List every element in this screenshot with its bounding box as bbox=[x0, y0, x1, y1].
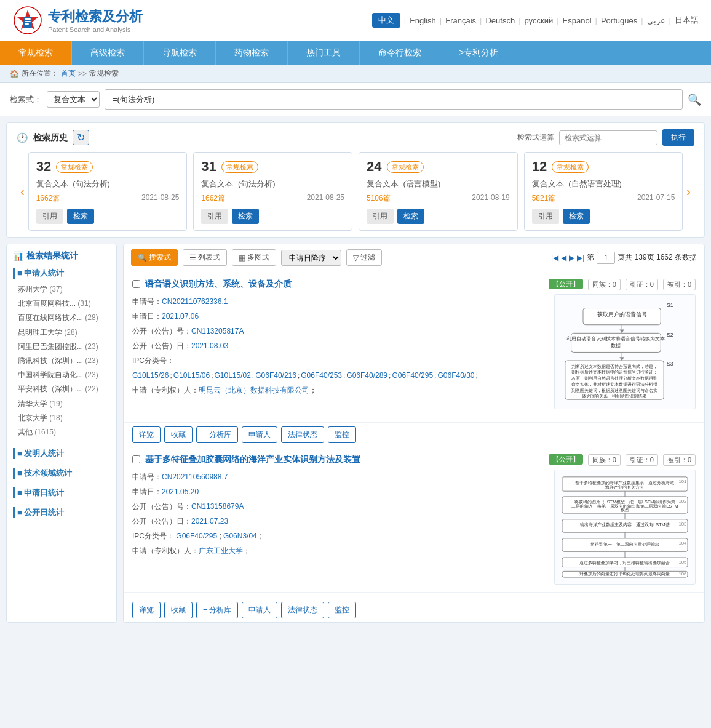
nav-tab-regular[interactable]: 常规检索 bbox=[0, 41, 72, 65]
result2-ipc-1[interactable]: G06F40/295 bbox=[176, 532, 217, 540]
lang-francais[interactable]: Français bbox=[445, 16, 476, 25]
page-next-icon[interactable]: ▶ bbox=[569, 254, 574, 262]
sort-select[interactable]: 申请日降序 申请日升序 公开日降序 bbox=[281, 250, 341, 266]
result1-ipc-6[interactable]: G06F40/289 bbox=[346, 368, 387, 383]
result1-appno-label: 申请号： bbox=[132, 297, 162, 306]
card2-search-button[interactable]: 检索 bbox=[232, 209, 259, 224]
lang-zhcn[interactable]: 中文 bbox=[372, 13, 400, 28]
breadcrumb-home[interactable]: 首页 bbox=[61, 68, 76, 79]
lang-portugues[interactable]: Português bbox=[601, 16, 637, 25]
card4-cite-button[interactable]: 引用 bbox=[532, 209, 559, 224]
main-nav: 常规检索 高级检索 导航检索 药物检索 热门工具 命令行检索 >专利分析 bbox=[0, 41, 711, 65]
lang-deutsch[interactable]: Deutsch bbox=[485, 16, 515, 25]
result2-legal-btn[interactable]: 法律状态 bbox=[281, 602, 324, 618]
sidebar-item-pingan[interactable]: 平安科技（深圳）... (22) bbox=[13, 382, 110, 396]
search-button[interactable]: 🔍 bbox=[688, 93, 701, 106]
result2-applicant-btn[interactable]: 申请人 bbox=[242, 602, 277, 618]
result1-monitor-btn[interactable]: 监控 bbox=[328, 426, 356, 443]
history-prev-arrow[interactable]: ‹ bbox=[17, 185, 28, 199]
lang-russian[interactable]: русский bbox=[525, 16, 554, 25]
sidebar-section-title-appdate[interactable]: ■ 申请日统计 bbox=[13, 487, 110, 498]
sidebar-item-others[interactable]: 其他 (1615) bbox=[13, 425, 110, 439]
view-btn-list[interactable]: ☰ 列表式 bbox=[183, 249, 227, 266]
result2-checkbox[interactable] bbox=[132, 455, 140, 463]
lang-espanol[interactable]: Español bbox=[563, 16, 592, 25]
page-prev-icon[interactable]: ◀ bbox=[561, 254, 566, 262]
nav-tab-navigate[interactable]: 导航检索 bbox=[144, 41, 216, 65]
result2-monitor-btn[interactable]: 监控 bbox=[328, 602, 356, 618]
card1-search-button[interactable]: 检索 bbox=[67, 209, 94, 224]
result2-applicant[interactable]: 广东工业大学 bbox=[199, 546, 243, 555]
sidebar-item-tencent[interactable]: 腾讯科技（深圳）... (23) bbox=[13, 354, 110, 368]
history-refresh-button[interactable]: ↻ bbox=[73, 130, 89, 145]
history-cards: 32 常规检索 复合文本=(句法分析) 1662篇 2021-08-25 引用 … bbox=[28, 152, 683, 231]
result2-pubdate[interactable]: 2021.07.23 bbox=[191, 517, 228, 526]
card2-cite-button[interactable]: 引用 bbox=[201, 209, 228, 224]
search-input[interactable] bbox=[110, 92, 677, 106]
lang-english[interactable]: English bbox=[410, 16, 436, 25]
sidebar-section-title-pubdate[interactable]: ■ 公开日统计 bbox=[13, 507, 110, 518]
result1-ipc-4[interactable]: G06F40/216 bbox=[255, 368, 296, 383]
card3-cite-button[interactable]: 引用 bbox=[367, 209, 394, 224]
nav-tab-analysis[interactable]: >专利分析 bbox=[440, 41, 517, 65]
result1-detail-btn[interactable]: 详览 bbox=[132, 426, 161, 443]
card1-cite-button[interactable]: 引用 bbox=[36, 209, 63, 224]
result1-analysis-btn[interactable]: + 分析库 bbox=[196, 426, 238, 443]
result1-collect-btn[interactable]: 收藏 bbox=[164, 426, 193, 443]
result2-analysis-btn[interactable]: + 分析库 bbox=[196, 602, 238, 618]
sidebar-item-baidu-net[interactable]: 北京百度网科技... (31) bbox=[13, 297, 110, 311]
history-next-arrow[interactable]: › bbox=[683, 185, 694, 199]
sidebar-section-title-tech[interactable]: ■ 技术领域统计 bbox=[13, 468, 110, 479]
sidebar-section-title-inventor[interactable]: ■ 发明人统计 bbox=[13, 448, 110, 459]
svg-text:通过多特征叠加学习，对三维特征输出叠加融合: 通过多特征叠加学习，对三维特征输出叠加融合 bbox=[580, 560, 670, 566]
result2-appno[interactable]: CN202110560988.7 bbox=[162, 473, 228, 481]
view-btn-search[interactable]: 🔍 搜索式 bbox=[131, 249, 178, 266]
result2-detail-btn[interactable]: 详览 bbox=[132, 602, 161, 618]
sidebar-item-baidu-online[interactable]: 百度在线网络技术... (28) bbox=[13, 311, 110, 325]
sidebar-item-pku[interactable]: 北京大学 (18) bbox=[13, 411, 110, 425]
card3-date: 2021-08-19 bbox=[472, 193, 509, 204]
page-first-icon[interactable]: |◀ bbox=[551, 254, 558, 262]
result1-ipc-3[interactable]: G10L15/02 bbox=[214, 368, 250, 383]
result1-pubno[interactable]: CN113205817A bbox=[191, 327, 244, 335]
result1-title[interactable]: 语音语义识别方法、系统、设备及介质 bbox=[145, 279, 544, 290]
result1-appdate[interactable]: 2021.07.06 bbox=[162, 312, 199, 321]
result1-legal-btn[interactable]: 法律状态 bbox=[281, 426, 324, 443]
result1-applicant-btn[interactable]: 申请人 bbox=[242, 426, 277, 443]
sidebar-item-suzhou[interactable]: 苏州大学 (37) bbox=[13, 282, 110, 297]
nav-tab-advanced[interactable]: 高级检索 bbox=[72, 41, 144, 65]
card3-search-button[interactable]: 检索 bbox=[397, 209, 424, 224]
result1-ipc-5[interactable]: G06F40/253 bbox=[301, 368, 342, 383]
nav-tab-command[interactable]: 命令行检索 bbox=[360, 41, 440, 65]
result2-pubno[interactable]: CN113158679A bbox=[191, 502, 244, 511]
view-btn-grid[interactable]: ▦ 多图式 bbox=[232, 249, 276, 266]
sidebar-item-cas[interactable]: 中国科学院自动化... (23) bbox=[13, 368, 110, 382]
result2-ipc-2[interactable]: G06N3/04 bbox=[223, 532, 257, 540]
result1-ipc-2[interactable]: G10L15/06 bbox=[173, 368, 210, 383]
nav-tab-drug[interactable]: 药物检索 bbox=[216, 41, 288, 65]
logo-en: Patent Search and Analysis bbox=[48, 26, 143, 33]
formula-exec-button[interactable]: 执行 bbox=[662, 129, 694, 146]
result1-pubdate[interactable]: 2021.08.03 bbox=[191, 342, 228, 350]
sidebar-item-kunming[interactable]: 昆明理工大学 (28) bbox=[13, 326, 110, 340]
lang-arabic[interactable]: عربى bbox=[647, 16, 665, 25]
result1-ipc-7[interactable]: G06F40/295 bbox=[392, 368, 433, 383]
result2-title[interactable]: 基于多特征叠加胶囊网络的海洋产业实体识别方法及装置 bbox=[145, 454, 544, 465]
sidebar-item-alibaba[interactable]: 阿里巴巴集团控股... (23) bbox=[13, 340, 110, 354]
result2-appdate[interactable]: 2021.05.20 bbox=[162, 487, 199, 496]
page-number-input[interactable] bbox=[597, 252, 615, 264]
page-last-icon[interactable]: ▶| bbox=[577, 254, 584, 262]
result2-collect-btn[interactable]: 收藏 bbox=[164, 602, 193, 618]
filter-button[interactable]: ▽ 过滤 bbox=[346, 249, 382, 266]
search-type-select[interactable]: 复合文本 bbox=[47, 91, 100, 108]
card4-search-button[interactable]: 检索 bbox=[563, 209, 590, 224]
nav-tab-tools[interactable]: 热门工具 bbox=[288, 41, 360, 65]
formula-input[interactable] bbox=[559, 130, 657, 145]
result1-appno[interactable]: CN202110762336.1 bbox=[162, 297, 228, 306]
result1-ipc-1[interactable]: G10L15/26 bbox=[132, 368, 169, 383]
lang-japanese[interactable]: 日本語 bbox=[675, 15, 699, 26]
result1-ipc-8[interactable]: G06F40/30 bbox=[437, 368, 474, 383]
result1-applicant[interactable]: 明昆云（北京）数据科技有限公司 bbox=[199, 386, 309, 394]
result1-checkbox[interactable] bbox=[132, 280, 140, 288]
sidebar-item-tsinghua[interactable]: 清华大学 (19) bbox=[13, 397, 110, 411]
